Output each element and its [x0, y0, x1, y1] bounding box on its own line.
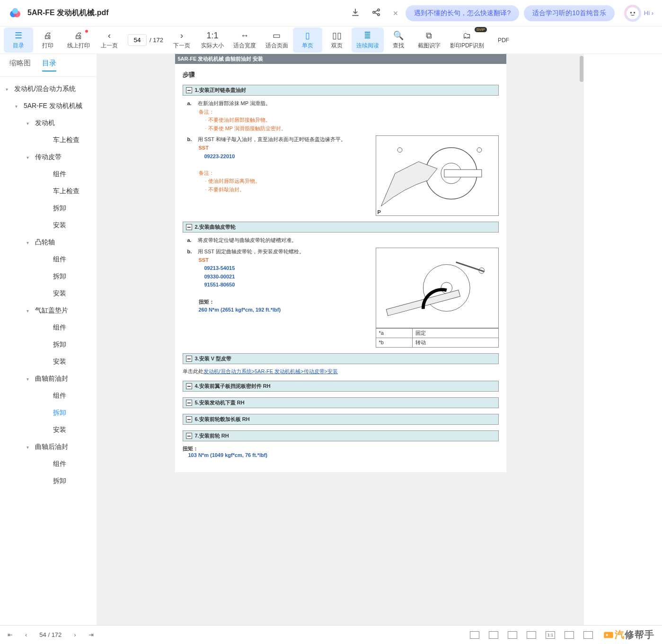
collapse-icon[interactable] — [186, 416, 192, 422]
hi-label[interactable]: Hi › — [644, 9, 653, 17]
tree-item[interactable]: 组件 — [0, 251, 97, 268]
figure-2: *a固定 *b转动 — [376, 248, 499, 348]
tree-item[interactable]: 安装 — [0, 421, 97, 438]
avatar-icon[interactable] — [624, 5, 641, 22]
step-5-bar: 5.安装发动机下盖 RH — [183, 397, 499, 408]
tree-item[interactable]: 组件 — [0, 319, 97, 336]
breadcrumb-link[interactable]: 发动机/混合动力系统>5AR-FE 发动机机械>传动皮带>安装 — [203, 368, 338, 374]
tree-item[interactable]: 安装 — [0, 217, 97, 234]
document-viewport[interactable]: 5AR-FE 发动机机械 曲轴前油封 安装 步骤 1.安装正时链条盖油封 a.在… — [97, 54, 584, 625]
step-7-bar: 7.安装前轮 RH — [183, 430, 499, 441]
tree-item[interactable]: ▾曲轴前油封 — [0, 370, 97, 387]
tb-next[interactable]: ›下一页 — [167, 28, 196, 53]
svg-point-8 — [634, 12, 636, 14]
step-4-bar: 4.安装前翼子板挡泥板密封件 RH — [183, 381, 499, 392]
tree-item[interactable]: 拆卸 — [0, 404, 97, 421]
sidebar: 缩略图 目录 ▾发动机/混合动力系统▾5AR-FE 发动机机械▾发动机车上检查▾… — [0, 54, 97, 625]
svg-rect-12 — [444, 170, 481, 178]
tb-search[interactable]: 🔍查找 — [384, 27, 413, 53]
tb-single-page[interactable]: ▯单页 — [293, 27, 322, 53]
share-icon[interactable] — [371, 8, 381, 18]
tree-item[interactable]: ▾凸轮轴 — [0, 234, 97, 251]
tb-print[interactable]: 🖨打印 — [33, 28, 62, 53]
collapse-icon[interactable] — [186, 383, 192, 389]
tree-item[interactable]: 拆卸 — [0, 268, 97, 285]
step-2-bar: 2.安装曲轴皮带轮 — [183, 222, 499, 233]
promo-bar: ✕ 遇到不懂的长句，怎么快速翻译? 适合学习听的10首纯音乐 Hi › — [381, 5, 653, 22]
svg-rect-15 — [376, 248, 498, 328]
tb-fit-page[interactable]: ▭适合页面 — [261, 27, 293, 53]
promo-close-icon[interactable]: ✕ — [390, 8, 401, 18]
step-3-bar: 3.安装 V 型皮带 — [183, 353, 499, 364]
tb-double-page[interactable]: ▯▯双页 — [322, 27, 352, 53]
promo-pill-1[interactable]: 遇到不懂的长句，怎么快速翻译? — [406, 5, 519, 21]
tree-item[interactable]: 车上检查 — [0, 183, 97, 200]
tree-item[interactable]: 拆卸 — [0, 200, 97, 217]
promo-pill-2[interactable]: 适合学习听的10首纯音乐 — [524, 5, 615, 21]
title-bar: 5AR-FE 发动机机械.pdf ✕ 遇到不懂的长句，怎么快速翻译? 适合学习听… — [0, 0, 662, 27]
tree-item[interactable]: 组件 — [0, 387, 97, 404]
page-input-group: / 172 — [128, 34, 163, 46]
page-content: 5AR-FE 发动机机械 曲轴前油封 安装 步骤 1.安装正时链条盖油封 a.在… — [175, 54, 506, 472]
step-1-bar: 1.安装正时链条盖油封 — [183, 85, 499, 96]
tree-item[interactable]: 安装 — [0, 353, 97, 370]
collapse-icon[interactable] — [186, 87, 192, 93]
tb-toc[interactable]: ☰目录 — [4, 27, 33, 53]
figure-1: P — [376, 135, 499, 216]
svg-point-6 — [627, 7, 639, 19]
tb-scan-pdf[interactable]: SVIP🗂影印PDF识别 — [445, 28, 489, 53]
section-title: 步骤 — [183, 71, 499, 79]
tree-item[interactable]: ▾曲轴后油封 — [0, 438, 97, 456]
tree-item[interactable]: 车上检查 — [0, 132, 97, 149]
side-tab-thumbnails[interactable]: 缩略图 — [9, 59, 31, 72]
collapse-icon[interactable] — [186, 356, 192, 362]
download-icon[interactable] — [351, 8, 360, 18]
page-total: / 172 — [150, 36, 163, 44]
tree-item[interactable]: ▾发动机 — [0, 115, 97, 132]
tb-actual-size[interactable]: 1:1实际大小 — [196, 28, 229, 53]
tb-pdf[interactable]: PDF — [489, 34, 518, 46]
app-logo-icon — [9, 7, 22, 20]
tb-fit-width[interactable]: ↔适合宽度 — [229, 28, 261, 53]
tb-continuous[interactable]: ≣连续阅读 — [352, 27, 384, 53]
step-6-bar: 6.安装前轮毂加长板 RH — [183, 414, 499, 425]
svg-point-7 — [630, 12, 632, 14]
tb-prev[interactable]: ‹上一页 — [95, 28, 124, 53]
tree-item[interactable]: 组件 — [0, 456, 97, 473]
collapse-icon[interactable] — [186, 400, 192, 406]
tree-item[interactable]: 组件 — [0, 166, 97, 183]
vertical-scrollbar[interactable] — [579, 54, 584, 625]
tb-ocr[interactable]: ⧉截图识字 — [413, 28, 445, 53]
toolbar: ☰目录 🖨打印 🖨线上打印 ‹上一页 / 172 ›下一页 1:1实际大小 ↔适… — [0, 27, 662, 54]
tree-item[interactable]: ▾气缸盖垫片 — [0, 302, 97, 319]
collapse-icon[interactable] — [186, 433, 192, 439]
toc-tree: ▾发动机/混合动力系统▾5AR-FE 发动机机械▾发动机车上检查▾传动皮带组件车… — [0, 77, 97, 625]
tree-item[interactable]: 拆卸 — [0, 473, 97, 490]
tree-item[interactable]: ▾发动机/混合动力系统 — [0, 80, 97, 98]
tb-online-print[interactable]: 🖨线上打印 — [62, 28, 95, 53]
page-header: 5AR-FE 发动机机械 曲轴前油封 安装 — [175, 54, 506, 64]
page-number-input[interactable] — [128, 34, 147, 46]
tree-item[interactable]: 安装 — [0, 285, 97, 302]
tree-item[interactable]: ▾5AR-FE 发动机机械 — [0, 98, 97, 115]
collapse-icon[interactable] — [186, 224, 192, 230]
file-title: 5AR-FE 发动机机械.pdf — [27, 8, 351, 18]
right-margin — [584, 54, 662, 625]
svg-point-2 — [12, 8, 18, 14]
tree-item[interactable]: 拆卸 — [0, 336, 97, 353]
tree-item[interactable]: ▾传动皮带 — [0, 149, 97, 166]
side-tab-toc[interactable]: 目录 — [42, 59, 56, 72]
